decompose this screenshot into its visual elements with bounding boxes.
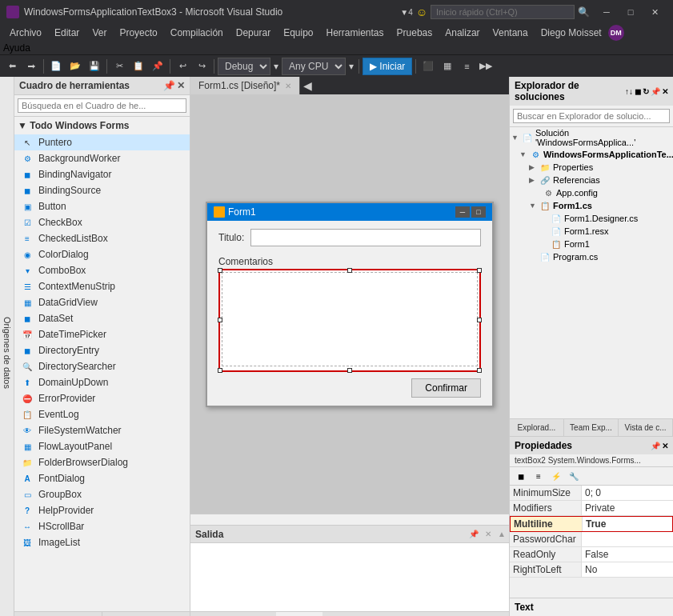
tool-colordialog[interactable]: ◉ ColorDialog — [14, 246, 190, 262]
prop-righttoleft-value[interactable]: No — [582, 562, 673, 577]
prop-modifiers-value[interactable]: Private — [582, 501, 673, 515]
tool-filesystemwatcher[interactable]: 👁 FileSystemWatcher — [14, 422, 190, 438]
tool-folderbrowserdialog[interactable]: 📁 FolderBrowserDialog — [14, 454, 190, 470]
tool-eventlog[interactable]: 📋 EventLog — [14, 406, 190, 422]
prop-minimumsize-value[interactable]: 0; 0 — [582, 486, 673, 500]
tool-button[interactable]: ▣ Button — [14, 198, 190, 214]
designer-area[interactable]: Form1 ─ □ Titulo: Comentarios — [190, 94, 509, 514]
toolbar-extra-2[interactable]: ▦ — [439, 58, 456, 75]
start-button[interactable]: ▶ Iniciar — [363, 58, 412, 75]
props-tb-property-pages[interactable]: 🔧 — [566, 469, 582, 483]
menu-equipo[interactable]: Equipo — [277, 26, 319, 40]
props-close[interactable]: ✕ — [662, 442, 668, 450]
debug-config-select[interactable]: Debug — [218, 58, 270, 75]
toolbar-redo[interactable]: ↪ — [193, 58, 210, 75]
menu-ayuda[interactable]: Ayuda — [3, 42, 30, 54]
platform-select[interactable]: Any CPU — [282, 58, 346, 75]
tree-project[interactable]: ▼ ⚙ WindowsFormsApplicationTe... — [510, 148, 673, 161]
tool-datetimepicker[interactable]: 📅 DateTimePicker — [14, 326, 190, 342]
se-tab-vista-c[interactable]: Vista de c... — [619, 419, 673, 436]
menu-user[interactable]: Diego Moisset — [535, 26, 608, 40]
toolbar-extra-4[interactable]: ▶▶ — [477, 58, 495, 75]
tool-errorprovider[interactable]: ⛔ ErrorProvider — [14, 390, 190, 406]
menu-compilacion[interactable]: Compilación — [164, 26, 230, 40]
toolbar-btn-1[interactable]: ⬅ — [3, 58, 21, 75]
toolbar-open[interactable]: 📂 — [66, 58, 84, 75]
tree-form1designer[interactable]: 📄 Form1.Designer.cs — [510, 212, 673, 225]
toolbar-cut[interactable]: ✂ — [110, 58, 128, 75]
toolbar-paste[interactable]: 📌 — [149, 58, 166, 75]
form1-designer-tab[interactable]: Form1.cs [Diseño]* ✕ — [190, 77, 300, 94]
tree-form1[interactable]: 📋 Form1 — [510, 238, 673, 250]
confirm-button[interactable]: Confirmar — [411, 378, 481, 398]
toolbar-copy[interactable]: 📋 — [130, 58, 147, 75]
se-toolbar-btn3[interactable]: ↻ — [643, 87, 649, 96]
tree-appconfig[interactable]: ⚙ App.config — [510, 186, 673, 199]
tool-contextmenustrip[interactable]: ☰ ContextMenuStrip — [14, 278, 190, 294]
quick-launch-input[interactable] — [431, 5, 575, 19]
toolbar-new[interactable]: 📄 — [47, 58, 65, 75]
tree-solution[interactable]: ▼ 📄 Solución 'WindowsFormsApplica...' — [510, 127, 673, 148]
form-min-btn[interactable]: ─ — [455, 206, 470, 218]
menu-editar[interactable]: Editar — [48, 26, 86, 40]
resize-handle-top-mid[interactable] — [347, 268, 352, 273]
prop-readonly[interactable]: ReadOnly False — [510, 547, 673, 562]
prop-multiline-value[interactable]: True — [583, 517, 672, 531]
textbox2-container[interactable] — [218, 269, 481, 372]
toolbox-section[interactable]: ▼ Todo Windows Forms — [14, 118, 190, 133]
tool-bindingsource[interactable]: ◼ BindingSource — [14, 182, 190, 198]
resize-handle-bot-right[interactable] — [477, 368, 482, 373]
prop-righttoleft[interactable]: RightToLeft No — [510, 562, 673, 578]
tree-programcs[interactable]: 📄 Program.cs — [510, 250, 673, 263]
prop-minimumsize[interactable]: MinimumSize 0; 0 — [510, 486, 673, 501]
se-pin[interactable]: 📌 — [651, 87, 660, 96]
se-tab-explorad[interactable]: Explorad... — [510, 419, 564, 436]
tool-fontdialog[interactable]: A FontDialog — [14, 470, 190, 486]
se-tab-team-exp[interactable]: Team Exp... — [564, 419, 619, 436]
tool-backgroundworker[interactable]: ⚙ BackgroundWorker — [14, 150, 190, 166]
form-max-btn[interactable]: □ — [471, 206, 486, 218]
output-close[interactable]: ✕ — [482, 530, 495, 538]
tree-referencias[interactable]: ▶ 🔗 Referencias — [510, 174, 673, 186]
tab-bar-pin[interactable]: ◀ — [300, 79, 315, 92]
tool-combobox[interactable]: ▾ ComboBox — [14, 262, 190, 278]
designer-scrollbar[interactable] — [190, 514, 509, 525]
props-pin[interactable]: 📌 — [651, 442, 660, 450]
prop-passwordchar-value[interactable] — [582, 532, 673, 546]
menu-depurar[interactable]: Depurar — [230, 26, 277, 40]
toolbar-extra-1[interactable]: ⬛ — [419, 58, 437, 75]
tool-directorysearcher[interactable]: 🔍 DirectorySearcher — [14, 358, 190, 374]
prop-multiline[interactable]: Multiline True — [510, 516, 673, 532]
tool-checkedlistbox[interactable]: ≡ CheckedListBox — [14, 230, 190, 246]
prop-modifiers[interactable]: Modifiers Private — [510, 501, 673, 516]
resize-handle-bot-mid[interactable] — [347, 368, 352, 373]
tool-hscrollbar[interactable]: ↔ HScrollBar — [14, 518, 190, 534]
output-pin[interactable]: 📌 — [466, 530, 482, 538]
toolbar-undo[interactable]: ↩ — [174, 58, 191, 75]
menu-ventana[interactable]: Ventana — [487, 26, 535, 40]
tool-dataset[interactable]: ◼ DataSet — [14, 310, 190, 326]
toolbar-btn-2[interactable]: ⮕ — [22, 58, 40, 75]
tool-bindingnavigator[interactable]: ◼ BindingNavigator — [14, 166, 190, 182]
toolbox-pin-icon[interactable]: 📌 — [163, 80, 175, 91]
designer-tab-close[interactable]: ✕ — [285, 82, 291, 90]
resize-handle-top-right[interactable] — [477, 268, 482, 273]
tool-directoryentry[interactable]: ◼ DirectoryEntry — [14, 342, 190, 358]
tool-groupbox[interactable]: ▭ GroupBox — [14, 486, 190, 502]
form-window[interactable]: Form1 ─ □ Titulo: Comentarios — [206, 202, 494, 407]
tab-cuadro-her[interactable]: Cuadro de her... — [102, 612, 190, 616]
output-expand[interactable]: ▲ — [495, 530, 509, 538]
toolbox-close-icon[interactable]: ✕ — [177, 80, 185, 91]
props-tb-events[interactable]: ⚡ — [548, 469, 564, 483]
tab-salida[interactable]: Salida — [276, 612, 322, 616]
prop-readonly-value[interactable]: False — [582, 547, 673, 562]
tree-form1cs[interactable]: ▼ 📋 Form1.cs — [510, 199, 673, 212]
props-tb-categorized[interactable]: ◼ — [513, 469, 529, 483]
tool-helpprovider[interactable]: ? HelpProvider — [14, 502, 190, 518]
resize-handle-mid-right[interactable] — [477, 318, 482, 322]
resize-handle-top-left[interactable] — [218, 268, 222, 273]
resize-handle-bot-left[interactable] — [218, 368, 222, 373]
prop-passwordchar[interactable]: PasswordChar — [510, 532, 673, 547]
tree-form1resx[interactable]: 📄 Form1.resx — [510, 225, 673, 238]
toolbar-extra-3[interactable]: ≡ — [458, 58, 475, 75]
